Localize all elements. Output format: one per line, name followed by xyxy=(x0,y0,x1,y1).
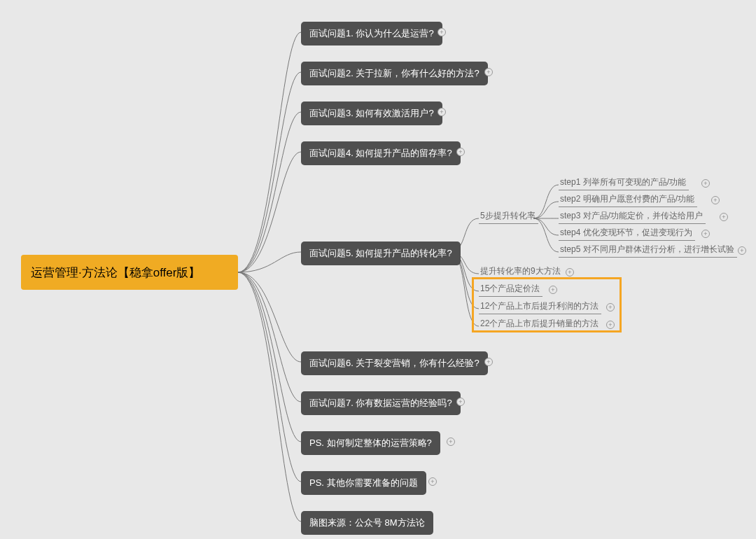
node-step1[interactable]: step1 列举所有可变现的产品/功能 xyxy=(559,176,689,190)
expand-icon[interactable]: + xyxy=(711,196,720,204)
node-q5[interactable]: 面试问题5. 如何提升产品的转化率? xyxy=(301,241,461,265)
node-q3[interactable]: 面试问题3. 如何有效激活用户? xyxy=(301,102,442,125)
node-step2[interactable]: step2 明确用户愿意付费的产品/功能 xyxy=(559,193,697,207)
node-q4[interactable]: 面试问题4. 如何提升产品的留存率? xyxy=(301,141,461,165)
node-ps2[interactable]: PS. 其他你需要准备的问题 xyxy=(301,471,426,495)
node-q2[interactable]: 面试问题2. 关于拉新，你有什么好的方法? xyxy=(301,62,488,85)
root-title: 运营管理·方法论【稳拿offer版】 xyxy=(31,265,200,281)
expand-icon[interactable]: + xyxy=(456,148,465,156)
expand-icon[interactable]: + xyxy=(484,68,493,76)
expand-icon[interactable]: + xyxy=(484,358,493,366)
expand-icon[interactable]: + xyxy=(566,268,574,276)
expand-icon[interactable]: + xyxy=(447,438,455,446)
node-q1[interactable]: 面试问题1. 你认为什么是运营? xyxy=(301,22,442,46)
node-step3[interactable]: step3 对产品/功能定价，并传达给用户 xyxy=(559,210,706,224)
expand-icon[interactable]: + xyxy=(438,28,446,36)
node-step4[interactable]: step4 优化变现环节，促进变现行为 xyxy=(559,227,695,241)
mindmap-canvas: 运营管理·方法论【稳拿offer版】 面试问题1. 你认为什么是运营? + 面试… xyxy=(0,0,756,539)
highlight-box xyxy=(472,277,622,332)
node-q5-c1[interactable]: 5步提升转化率 xyxy=(479,210,538,224)
expand-icon[interactable]: + xyxy=(720,213,728,221)
node-q6[interactable]: 面试问题6. 关于裂变营销，你有什么经验? xyxy=(301,351,488,375)
expand-icon[interactable]: + xyxy=(738,246,746,255)
expand-icon[interactable]: + xyxy=(438,108,446,116)
node-q7[interactable]: 面试问题7. 你有数据运营的经验吗? xyxy=(301,391,461,415)
expand-icon[interactable]: + xyxy=(701,179,710,188)
expand-icon[interactable]: + xyxy=(428,477,437,486)
node-ps1[interactable]: PS. 如何制定整体的运营策略? xyxy=(301,431,440,455)
expand-icon[interactable]: + xyxy=(456,398,465,406)
node-source[interactable]: 脑图来源：公众号 8M方法论 xyxy=(301,511,433,535)
root-node[interactable]: 运营管理·方法论【稳拿offer版】 xyxy=(21,255,238,290)
node-step5[interactable]: step5 对不同用户群体进行分析，进行增长试验 xyxy=(559,244,737,258)
expand-icon[interactable]: + xyxy=(701,230,710,238)
